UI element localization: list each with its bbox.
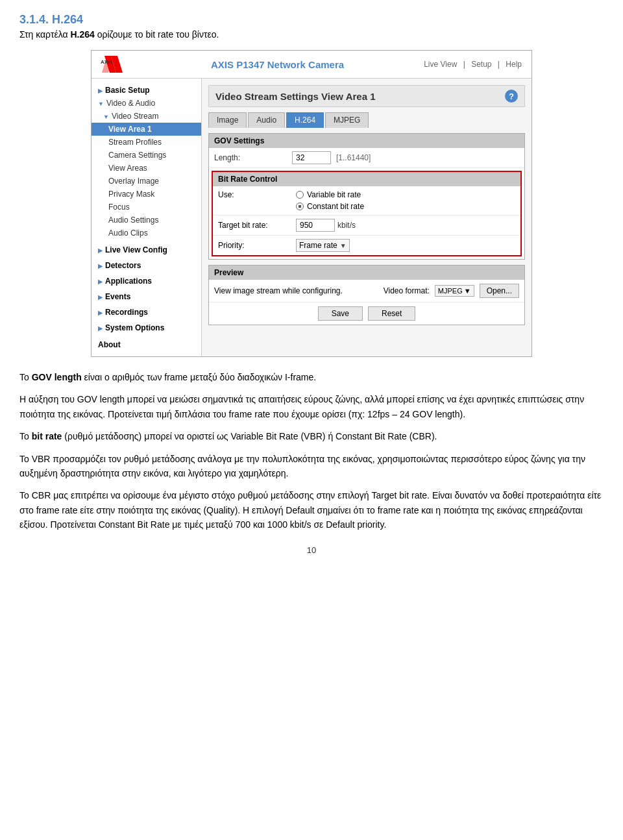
radio-variable-btn[interactable] [296, 191, 304, 199]
gov-length-input[interactable] [292, 151, 331, 164]
tab-mjpeg[interactable]: MJPEG [325, 112, 369, 128]
bit-rate-bold: bit rate [32, 431, 62, 441]
gov-length-range: [1..61440] [336, 153, 371, 162]
sidebar-item-applications[interactable]: Applications [92, 275, 201, 288]
section-heading: 3.1.4. H.264 [19, 13, 604, 27]
help-icon[interactable]: ? [505, 90, 518, 103]
nav-live-view[interactable]: Live View [424, 60, 457, 69]
body-paragraph-2: Η αύξηση του GOV length μπορεί να μειώσε… [19, 392, 604, 421]
priority-arrow-icon: ▼ [340, 242, 347, 249]
tab-audio[interactable]: Audio [248, 112, 285, 128]
radio-options: Variable bit rate Constant bit rate [296, 190, 364, 211]
radio-variable[interactable]: Variable bit rate [296, 190, 364, 199]
sidebar-item-view-areas[interactable]: View Areas [92, 162, 201, 175]
camera-ui: AXIS AXIS P1347 Network Camera Live View… [91, 50, 532, 357]
preview-body: View image stream while configuring. Vid… [209, 280, 524, 302]
page-subtitle: Στη καρτέλα H.264 ορίζουμε το bit rate τ… [19, 29, 604, 40]
sidebar: Basic Setup Video & Audio Video Stream V… [92, 79, 202, 356]
save-reset-row: Save Reset [209, 302, 524, 325]
sidebar-item-audio-clips[interactable]: Audio Clips [92, 227, 201, 240]
sidebar-item-overlay-image[interactable]: Overlay Image [92, 175, 201, 188]
bit-rate-section: Bit Rate Control Use: Variable bit rate … [212, 171, 522, 256]
bit-rate-header: Bit Rate Control [213, 172, 520, 186]
use-row: Use: Variable bit rate Constant bit rate [213, 186, 520, 215]
sidebar-item-events[interactable]: Events [92, 290, 201, 303]
body-paragraph-3: Το bit rate (ρυθμό μετάδοσης) μπορεί να … [19, 429, 604, 443]
sidebar-item-view-area-1[interactable]: View Area 1 [92, 123, 201, 136]
preview-right: Video format: MJPEG ▼ Open... [384, 284, 519, 298]
target-label: Target bit rate: [218, 221, 296, 230]
settings-panel: GOV Settings Length: [1..61440] Bit Rate… [208, 133, 525, 260]
sidebar-item-camera-settings[interactable]: Camera Settings [92, 149, 201, 162]
preview-section: Preview View image stream while configur… [208, 265, 525, 325]
preview-header: Preview [209, 266, 524, 280]
preview-description: View image stream while configuring. [214, 286, 343, 295]
target-row: Target bit rate: kbit/s [213, 215, 520, 235]
radio-constant-btn[interactable] [296, 203, 304, 210]
radio-constant[interactable]: Constant bit rate [296, 202, 364, 211]
video-format-select[interactable]: MJPEG ▼ [435, 285, 474, 297]
priority-value: Frame rate [299, 241, 337, 250]
camera-nav[interactable]: Live View | Setup | Help [422, 60, 524, 69]
reset-button[interactable]: Reset [368, 306, 415, 321]
body-paragraph-4: Το VBR προσαρμόζει τον ρυθμό μετάδοσης α… [19, 452, 604, 481]
body-text: Το GOV length είναι ο αριθμός των frame … [19, 370, 604, 532]
priority-row: Priority: Frame rate ▼ [213, 235, 520, 255]
nav-help[interactable]: Help [506, 60, 522, 69]
camera-title: AXIS P1347 Network Camera [133, 59, 422, 70]
svg-text:AXIS: AXIS [101, 59, 113, 65]
tab-image[interactable]: Image [208, 112, 247, 128]
gov-settings-header: GOV Settings [209, 134, 524, 148]
video-format-label: Video format: [384, 286, 430, 295]
sidebar-item-stream-profiles[interactable]: Stream Profiles [92, 136, 201, 149]
sidebar-item-video-stream[interactable]: Video Stream [92, 110, 201, 123]
content-title-bar: Video Stream Settings View Area 1 ? [208, 85, 525, 107]
sidebar-item-video-audio[interactable]: Video & Audio [92, 97, 201, 110]
page-title: Video Stream Settings View Area 1 [215, 91, 376, 102]
open-button[interactable]: Open... [480, 284, 519, 298]
sidebar-item-system-options[interactable]: System Options [92, 321, 201, 334]
nav-sep2: | [498, 60, 500, 69]
gov-length-label: Length: [214, 153, 292, 162]
camera-topbar: AXIS AXIS P1347 Network Camera Live View… [92, 51, 531, 79]
priority-select[interactable]: Frame rate ▼ [296, 239, 350, 252]
video-format-arrow-icon: ▼ [464, 287, 471, 295]
tab-h264[interactable]: H.264 [286, 112, 324, 128]
video-format-value: MJPEG [438, 287, 463, 295]
radio-variable-label: Variable bit rate [307, 190, 361, 199]
page-number: 10 [19, 545, 604, 555]
save-button[interactable]: Save [318, 306, 363, 321]
target-unit: kbit/s [337, 221, 356, 230]
camera-body: Basic Setup Video & Audio Video Stream V… [92, 79, 531, 356]
content-area: Video Stream Settings View Area 1 ? Imag… [202, 79, 531, 356]
gov-length-row: Length: [1..61440] [209, 148, 524, 168]
body-paragraph-5: Το CBR μας επιτρέπει να ορίσουμε ένα μέγ… [19, 488, 604, 532]
target-input[interactable] [296, 219, 335, 232]
sidebar-item-basic-setup[interactable]: Basic Setup [92, 84, 201, 97]
axis-logo-svg: AXIS [99, 55, 133, 74]
tabs-row: Image Audio H.264 MJPEG [208, 112, 525, 128]
use-label: Use: [218, 190, 296, 211]
radio-constant-label: Constant bit rate [307, 202, 364, 211]
sidebar-item-audio-settings[interactable]: Audio Settings [92, 214, 201, 227]
sidebar-item-privacy-mask[interactable]: Privacy Mask [92, 188, 201, 201]
axis-logo: AXIS [99, 55, 133, 74]
sidebar-item-detectors[interactable]: Detectors [92, 259, 201, 272]
nav-setup[interactable]: Setup [471, 60, 491, 69]
gov-length-value: [1..61440] [292, 151, 371, 164]
priority-label: Priority: [218, 241, 296, 250]
sidebar-item-focus[interactable]: Focus [92, 201, 201, 214]
gov-length-bold: GOV length [32, 372, 82, 382]
body-paragraph-1: Το GOV length είναι ο αριθμός των frame … [19, 370, 604, 384]
sidebar-item-recordings[interactable]: Recordings [92, 306, 201, 319]
sidebar-item-about[interactable]: About [92, 338, 201, 351]
sidebar-item-live-view-config[interactable]: Live View Config [92, 243, 201, 256]
nav-sep1: | [463, 60, 465, 69]
